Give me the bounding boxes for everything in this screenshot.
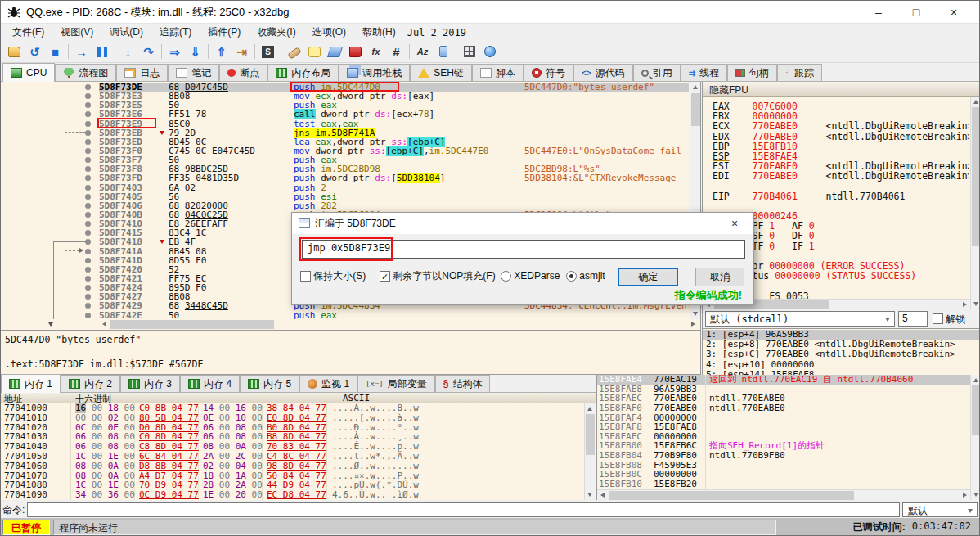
tab-源代码[interactable]: <>源代码 xyxy=(573,64,633,81)
breakpoint-dot-icon[interactable] xyxy=(1,164,99,173)
stack-row[interactable]: 15E8FAF0770EABE0ntdll.770EABE0 xyxy=(597,403,980,413)
register-row[interactable]: EAX 007C6000 xyxy=(713,101,969,111)
register-row[interactable]: EIP 770B4061 ntdll.770B4061 xyxy=(713,191,969,201)
breakpoint-dot-icon[interactable] xyxy=(1,110,99,119)
menu-item[interactable]: 调试(D) xyxy=(101,25,151,39)
command-input[interactable] xyxy=(27,502,900,517)
maximize-button[interactable]: □ xyxy=(897,1,935,23)
dialog-close-icon[interactable]: × xyxy=(722,217,747,230)
breakpoint-dot-icon[interactable] xyxy=(1,173,99,182)
phone-icon[interactable] xyxy=(433,43,453,61)
labels-icon[interactable] xyxy=(325,43,345,61)
tab-流程图[interactable]: 流程图 xyxy=(55,64,116,81)
unlock-checkbox[interactable]: 解锁 xyxy=(933,313,965,327)
attach-icon[interactable]: ⇥ xyxy=(232,43,252,61)
xedparse-radio[interactable]: XEDParse xyxy=(501,268,560,284)
tab-句柄[interactable]: 句柄 xyxy=(727,64,777,81)
assembly-input[interactable]: jmp 0x5D8F73E9 xyxy=(302,240,745,259)
breakpoint-dot-icon[interactable] xyxy=(1,183,99,192)
step-into-icon[interactable]: ↓ xyxy=(118,43,138,61)
breakpoint-dot-icon[interactable] xyxy=(1,237,99,246)
breakpoint-dot-icon[interactable] xyxy=(1,210,99,219)
restart-icon[interactable]: ↺ xyxy=(25,43,45,61)
menu-item[interactable]: 追踪(T) xyxy=(151,25,200,39)
dump-vscrollbar[interactable] xyxy=(584,403,595,500)
tab-日志[interactable]: 日志 xyxy=(116,64,168,81)
step-over-icon[interactable]: ↷ xyxy=(138,43,159,61)
breakpoint-dot-icon[interactable] xyxy=(1,146,99,155)
breakpoint-dot-icon[interactable] xyxy=(1,92,99,101)
calculator-icon[interactable] xyxy=(459,43,479,61)
settings-s-icon[interactable]: S xyxy=(258,43,278,61)
execute-till-return-icon[interactable]: ⇒ xyxy=(164,43,185,61)
argument-list[interactable]: 1: [esp+4] 96A59BB32: [esp+8] 770EABE0 <… xyxy=(703,328,980,375)
globe-icon[interactable] xyxy=(479,43,500,61)
argument-row[interactable]: 3: [esp+C] 770EABE0 <ntdll.DbgUiRemoteBr… xyxy=(703,349,980,359)
stack-row[interactable]: 15E8FAE4770EAC19返回到 ntdll.770EAC19 自 ntd… xyxy=(597,375,980,385)
functions-icon[interactable]: fx xyxy=(366,43,386,61)
tab-SEH链[interactable]: SEH链 xyxy=(410,64,472,81)
menu-item[interactable]: 插件(P) xyxy=(200,25,249,39)
breakpoints-icon[interactable] xyxy=(345,43,366,61)
register-row[interactable]: ESI 770EABE0 <ntdll.DbgUiRemoteBreakin> xyxy=(713,161,969,171)
registers-vscrollbar[interactable] xyxy=(970,97,980,309)
disasm-row[interactable]: 5D8F73FDFF35 0481D35Dpush dword ptr ds:[… xyxy=(1,173,689,182)
asmjit-radio[interactable]: asmjit xyxy=(566,268,605,284)
comments-icon[interactable] xyxy=(304,43,325,61)
tab-线程[interactable]: ⇉线程 xyxy=(681,64,727,81)
register-row[interactable]: EDX 770EABE0 <ntdll.DbgUiRemoteBreakin> xyxy=(713,132,969,142)
argument-count-stepper[interactable]: 5 xyxy=(898,311,928,327)
tab-内存 1[interactable]: 内存 1 xyxy=(1,374,61,393)
patches-icon[interactable] xyxy=(284,43,304,61)
breakpoint-dot-icon[interactable] xyxy=(1,311,99,319)
breakpoint-dot-icon[interactable] xyxy=(1,256,99,265)
breakpoint-dot-icon[interactable] xyxy=(1,119,99,128)
register-row[interactable]: ECX 770EABE0 <ntdll.DbgUiRemoteBreakin> xyxy=(713,121,969,131)
register-row[interactable]: EBP 15E8FB10 xyxy=(713,142,969,151)
breakpoint-dot-icon[interactable] xyxy=(1,192,99,201)
menu-item[interactable]: 视图(V) xyxy=(52,25,101,39)
run-to-user-code-icon[interactable]: ⇑ xyxy=(211,43,232,61)
az-text-icon[interactable]: Az xyxy=(412,43,433,61)
tab-符号[interactable]: 符号 xyxy=(524,64,573,81)
tab-内存 2[interactable]: 内存 2 xyxy=(61,375,120,392)
tab-内存 3[interactable]: 内存 3 xyxy=(120,375,180,392)
tab-调用堆栈[interactable]: 调用堆栈 xyxy=(339,64,410,81)
tab-内存布局[interactable]: 内存布局 xyxy=(267,64,339,81)
register-row[interactable]: EDI 770EABE0 <ntdll.DbgUiRemoteBreakin> xyxy=(713,171,969,181)
tab-结构体[interactable]: §结构体 xyxy=(435,375,491,392)
nop-fill-checkbox[interactable]: ✓ 剩余字节以NOP填充(F) xyxy=(380,268,496,284)
open-file-icon[interactable] xyxy=(4,43,25,61)
tab-局部变量[interactable]: [x=]局部变量 xyxy=(357,375,435,392)
run-icon[interactable]: → xyxy=(71,43,92,61)
cancel-button[interactable]: 取消 xyxy=(695,268,744,286)
argument-row[interactable]: 4: [esp+10] 00000000 xyxy=(703,360,980,370)
breakpoint-dot-icon[interactable] xyxy=(1,137,99,146)
breakpoint-dot-icon[interactable] xyxy=(1,292,99,301)
menu-item[interactable]: 文件(F) xyxy=(4,25,52,39)
register-row[interactable]: ESP 15E8FAE4 xyxy=(713,151,969,161)
stop-icon[interactable]: ■ xyxy=(45,43,65,61)
stack-row[interactable]: 15E8FB1015E8FB20 xyxy=(597,480,980,489)
tab-引用[interactable]: 引用 xyxy=(633,64,681,81)
breakpoint-dot-icon[interactable] xyxy=(1,228,99,237)
ok-button[interactable]: 确定 xyxy=(618,268,678,286)
stack-hscrollbar[interactable] xyxy=(597,489,970,500)
breakpoint-dot-icon[interactable] xyxy=(1,274,99,283)
profile-select[interactable]: 默认 xyxy=(902,502,978,517)
tab-内存 4[interactable]: 内存 4 xyxy=(180,375,240,392)
tab-笔记[interactable]: 笔记 xyxy=(168,64,219,81)
breakpoint-dot-icon[interactable] xyxy=(1,155,99,164)
minimize-button[interactable]: – xyxy=(860,1,897,23)
tab-CPU[interactable]: CPU xyxy=(2,63,55,82)
hide-fpu-header[interactable]: 隐藏FPU xyxy=(703,82,980,97)
breakpoint-dot-icon[interactable] xyxy=(1,101,99,110)
breakpoint-dot-icon[interactable] xyxy=(1,247,99,256)
dump-row[interactable]: 7704109034 00 36 000C D9 04 771E 00 20 0… xyxy=(1,490,596,500)
menu-item[interactable]: 帮助(H) xyxy=(354,25,404,39)
register-row[interactable]: EBX 00000000 xyxy=(713,111,969,121)
close-button[interactable]: × xyxy=(935,1,973,23)
tab-监视 1[interactable]: 监视 1 xyxy=(299,375,357,392)
disasm-row[interactable]: 5D8F742E50push eax xyxy=(1,311,689,319)
breakpoint-dot-icon[interactable] xyxy=(1,201,99,210)
